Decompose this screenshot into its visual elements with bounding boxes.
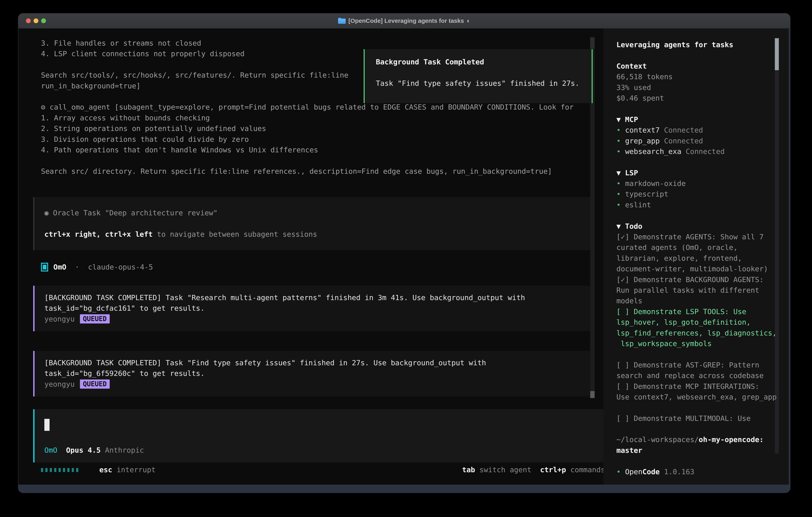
- todo-line-pending: search and replace across codebase: [616, 370, 782, 381]
- half-circle-icon: ◐: [467, 18, 470, 24]
- lsp-list: • markdown-oxide• typescript• eslint: [616, 178, 782, 210]
- lsp-item: • markdown-oxide: [616, 178, 782, 189]
- todo-line-current: lsp_hover, lsp_goto_definition,: [616, 317, 782, 327]
- agent-separator: [66, 262, 75, 272]
- mcp-section-heading[interactable]: ▼ MCP: [616, 114, 782, 125]
- status-dot-icon: •: [616, 137, 621, 145]
- input-provider-name: Anthropic: [105, 446, 144, 454]
- toast-body: Task "Find type safety issues" finished …: [376, 78, 591, 88]
- lsp-item: • eslint: [616, 199, 782, 210]
- status-dot-icon: •: [616, 126, 621, 134]
- prompt-input[interactable]: OmO Opus 4.5 Anthropic: [33, 409, 605, 462]
- session-title: Leveraging agents for tasks: [616, 39, 782, 50]
- todo-line-done: Run parallel tasks with different: [616, 285, 782, 296]
- ctrlp-key-label[interactable]: ctrl+p: [540, 466, 566, 474]
- status-dot-icon: •: [616, 190, 621, 198]
- todo-line-done: librarian, explore, frontend,: [616, 253, 782, 264]
- spinner-dot: [41, 468, 43, 472]
- terminal-output-line: 3. Division operations that could divide…: [41, 134, 574, 144]
- workspace-branch: master: [616, 445, 782, 456]
- terminal-output-line: ⚙ call_omo_agent [subagent_type=explore,…: [41, 102, 574, 112]
- mcp-item: • websearch_exa Connected: [616, 146, 782, 157]
- mcp-item: • grep_app Connected: [616, 136, 782, 146]
- terminal-output-line: 2. String operations on potentially unde…: [41, 123, 574, 134]
- todo-pending-items: [ ] Demonstrate MULTIMODAL: Use: [616, 413, 782, 424]
- spinner-dot: [72, 468, 74, 472]
- status-dot-icon: •: [616, 147, 621, 156]
- todo-line-pending: [ ] Demonstrate MCP INTEGRATIONS:: [616, 381, 782, 392]
- window-titlebar[interactable]: [OpenCode] Leveraging agents for tasks ◐: [18, 13, 790, 29]
- mcp-list: • context7 Connected• grep_app Connected…: [616, 125, 782, 157]
- main-scrollbar-thumb[interactable]: [590, 391, 594, 398]
- todo-line-pending: [ ] Demonstrate AST-GREP: Pattern: [616, 360, 782, 370]
- minimize-button[interactable]: [34, 19, 38, 23]
- lsp-section-heading[interactable]: ▼ LSP: [616, 167, 782, 178]
- model-status-row: OmO Opus 4.5 Anthropic: [45, 445, 144, 456]
- todo-pending-items: [ ] Demonstrate AST-GREP: Patternsearch …: [616, 360, 782, 403]
- todo-line-pending: Use context7, websearch_exa, grep_app: [616, 392, 782, 402]
- status-badge-queued: QUEUED: [80, 314, 110, 324]
- context-spent: $0.46 spent: [616, 93, 782, 103]
- oracle-nav-hint: ctrl+x right, ctrl+x left to navigate be…: [45, 229, 591, 240]
- oracle-task-title: ◉ Oracle Task "Deep architecture review": [45, 208, 591, 218]
- status-badge-queued: QUEUED: [80, 379, 110, 389]
- desktop: { "titlebar": { "title": "[OpenCode] Lev…: [0, 0, 812, 517]
- maximize-button[interactable]: [41, 19, 46, 23]
- terminal-output-line: [41, 155, 574, 166]
- message-line: task_id="bg_dcfac161" to get results.: [45, 303, 591, 314]
- agent-header: OmO · claude-opus-4-5: [41, 262, 153, 272]
- message-line: [BACKGROUND TASK COMPLETED] Task "Find t…: [45, 357, 591, 368]
- workspace-path: ~/local-workspaces/oh-my-opencode:: [616, 434, 782, 445]
- status-dot-icon: •: [616, 179, 621, 188]
- background-task-message: [BACKGROUND TASK COMPLETED] Task "Resear…: [33, 286, 591, 331]
- todo-line-done: [✓] Demonstrate BACKGROUND AGENTS:: [616, 274, 782, 285]
- message-author: yeongyu: [45, 380, 75, 388]
- message-author: yeongyu: [45, 315, 75, 323]
- mcp-item: • context7 Connected: [616, 125, 782, 135]
- terminal-output-line: Search src/ directory. Return specific f…: [41, 166, 574, 176]
- todo-done-items: [✓] Demonstrate AGENTS: Show all 7curate…: [616, 232, 782, 306]
- spinner-dot: [59, 468, 61, 472]
- spinner-dot: [76, 468, 78, 472]
- interrupt-hint[interactable]: esc interrupt: [99, 464, 156, 475]
- todo-section-heading[interactable]: ▼ Todo: [616, 221, 782, 232]
- opencode-terminal-window: [OpenCode] Leveraging agents for tasks ◐…: [18, 13, 790, 493]
- spinner-dot: [46, 468, 48, 472]
- spinner-dot: [67, 468, 69, 472]
- spinner-dot: [54, 468, 56, 472]
- toast-title: Background Task Completed: [376, 57, 591, 67]
- context-heading: Context: [616, 61, 782, 71]
- oracle-hint-text: to navigate between subagent sessions: [153, 230, 317, 238]
- agent-model-gap: [79, 262, 88, 272]
- esc-key-label: esc: [99, 466, 112, 474]
- todo-line-done: curated agents (OmO, oracle,: [616, 242, 782, 253]
- status-bar: esc interrupt tab switch agent ctrl+p co…: [41, 464, 605, 475]
- app-name: Open: [625, 468, 642, 476]
- close-button[interactable]: [26, 19, 31, 23]
- todo-line-done: models: [616, 296, 782, 306]
- message-line: task_id="bg_6f59260c" to get results.: [45, 368, 591, 379]
- todo-line-current: lsp_find_references, lsp_diagnostics,: [616, 328, 782, 338]
- status-dot-icon: •: [616, 468, 621, 476]
- tab-key-label[interactable]: tab: [462, 466, 475, 474]
- app-version: 1.0.163: [660, 468, 694, 476]
- session-sidebar: Leveraging agents for tasks Context 66,5…: [603, 29, 789, 485]
- window-title: [OpenCode] Leveraging agents for tasks: [348, 18, 464, 24]
- background-task-message: [BACKGROUND TASK COMPLETED] Task "Find t…: [33, 351, 591, 397]
- agent-name: OmO: [53, 262, 66, 272]
- todo-line-current: lsp_workspace_symbols: [616, 338, 782, 349]
- todo-line-done: document-writer, multimodal-looker): [616, 264, 782, 274]
- agent-model: claude-opus-4-5: [88, 262, 153, 272]
- main-scrollbar-thumb-top[interactable]: [590, 37, 594, 49]
- todo-line-pending: [ ] Demonstrate MULTIMODAL: Use: [616, 413, 782, 424]
- status-dot-icon: •: [616, 201, 621, 209]
- terminal-output-line: 4. Path operations that don't handle Win…: [41, 144, 574, 155]
- version-row: • OpenCode 1.0.163: [616, 466, 782, 477]
- lsp-item: • typescript: [616, 189, 782, 199]
- todo-line-done: [✓] Demonstrate AGENTS: Show all 7: [616, 232, 782, 242]
- folder-icon: [338, 18, 346, 24]
- oracle-hint-keys: ctrl+x right, ctrl+x left: [45, 230, 153, 238]
- todo-current-item: [ ] Demonstrate LSP TOOLS: Uselsp_hover,…: [616, 306, 782, 349]
- text-cursor: [45, 419, 50, 431]
- message-line: [BACKGROUND TASK COMPLETED] Task "Resear…: [45, 292, 591, 303]
